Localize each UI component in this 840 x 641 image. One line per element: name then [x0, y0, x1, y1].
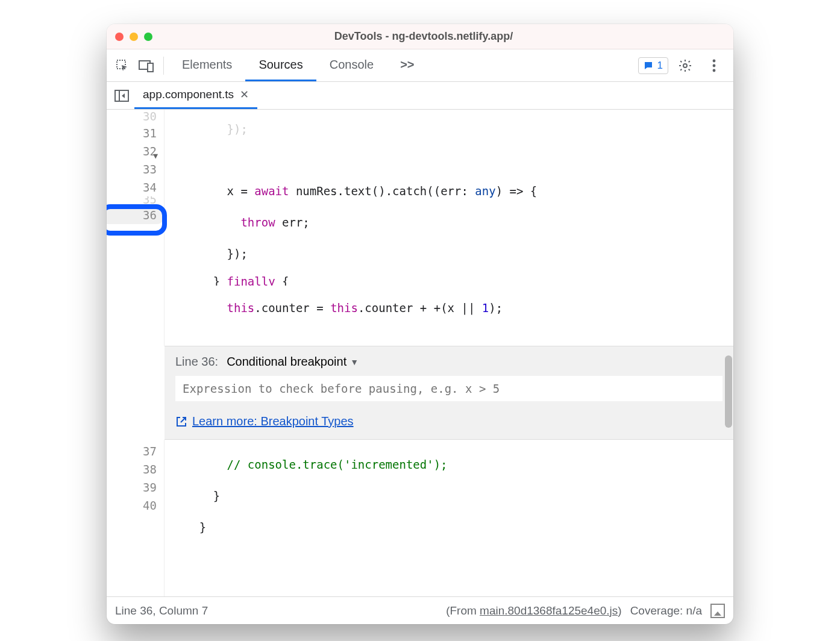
svg-rect-2: [148, 63, 153, 72]
settings-gear-icon[interactable]: [673, 54, 697, 78]
svg-point-5: [713, 64, 716, 67]
svg-point-4: [713, 59, 716, 62]
tab-console[interactable]: Console: [316, 49, 387, 81]
file-tab-label: app.component.ts: [143, 88, 234, 101]
close-file-tab-icon[interactable]: ✕: [240, 88, 249, 101]
window-title: DevTools - ng-devtools.netlify.app/: [122, 30, 725, 43]
svg-point-3: [683, 64, 687, 67]
line-number[interactable]: 32▼: [107, 142, 157, 160]
line-number-gutter[interactable]: 30 31 32▼ 33 34 35 36: [107, 110, 165, 346]
tab-sources[interactable]: Sources: [245, 49, 316, 81]
code-line: });: [172, 245, 733, 263]
line-number[interactable]: 39: [107, 478, 157, 496]
line-number[interactable]: 34: [107, 178, 157, 196]
code-editor: 30 31 32▼ 33 34 35 36 }); x = await numR…: [107, 110, 733, 346]
code-content[interactable]: }); x = await numRes.text().catch((err: …: [165, 110, 733, 346]
code-line: [172, 151, 733, 169]
inspect-element-icon[interactable]: [110, 54, 134, 78]
line-number[interactable]: 38: [107, 460, 157, 478]
file-tab-app-component[interactable]: app.component.ts ✕: [134, 82, 257, 109]
issues-count: 1: [657, 60, 663, 72]
coverage-status: Coverage: n/a: [630, 604, 702, 618]
issues-badge[interactable]: 1: [638, 57, 668, 74]
line-number-gutter[interactable]: 37 38 39 40: [107, 440, 165, 596]
code-line: });: [172, 125, 733, 137]
code-line: }: [172, 487, 733, 505]
breakpoint-editor-panel: Line 36: Conditional breakpoint ▼ Learn …: [165, 346, 733, 440]
scrollbar-thumb[interactable]: [725, 355, 732, 428]
panel-tabs: Elements Sources Console >>: [169, 49, 638, 81]
code-line: this.counter = this.counter + +(x || 1);: [172, 299, 733, 317]
navigator-toggle-icon[interactable]: [109, 83, 134, 108]
code-content[interactable]: // console.trace('incremented'); } }: [165, 440, 733, 596]
code-line: }: [172, 518, 733, 536]
breakpoint-type-dropdown[interactable]: Conditional breakpoint ▼: [227, 355, 359, 369]
main-toolbar: Elements Sources Console >> 1: [107, 49, 733, 82]
code-line: // console.trace('incremented');: [172, 455, 733, 474]
more-menu-icon[interactable]: [702, 54, 726, 78]
code-line: [172, 549, 733, 568]
breakpoint-line-label: Line 36:: [175, 355, 218, 369]
breakpoint-condition-input[interactable]: [175, 376, 722, 401]
device-toolbar-icon[interactable]: [134, 54, 158, 78]
line-number[interactable]: 40: [107, 496, 157, 514]
line-number[interactable]: 37: [107, 442, 157, 460]
file-tab-bar: app.component.ts ✕: [107, 82, 733, 110]
line-number[interactable]: 33: [107, 160, 157, 178]
line-number[interactable]: 31: [107, 124, 157, 142]
cursor-position: Line 36, Column 7: [115, 604, 208, 618]
line-number[interactable]: 30: [107, 112, 157, 124]
titlebar: DevTools - ng-devtools.netlify.app/: [107, 24, 733, 49]
tabs-overflow[interactable]: >>: [387, 49, 427, 81]
external-link-icon: [175, 416, 187, 428]
chevron-down-icon: ▼: [350, 357, 359, 367]
code-line: x = await numRes.text().catch((err: any)…: [172, 182, 733, 200]
source-map-link[interactable]: main.80d1368fa125e4e0.js: [480, 604, 618, 617]
tab-elements[interactable]: Elements: [169, 49, 245, 81]
show-drawer-icon[interactable]: [710, 604, 725, 618]
status-bar: Line 36, Column 7 (From main.80d1368fa12…: [107, 596, 733, 624]
line-number-highlighted[interactable]: 36: [107, 206, 164, 224]
learn-more-link[interactable]: Learn more: Breakpoint Types: [192, 414, 354, 428]
line-number[interactable]: 35: [107, 196, 157, 206]
source-map-info: (From main.80d1368fa125e4e0.js): [446, 604, 622, 618]
breakpoint-type-label: Conditional breakpoint: [227, 355, 346, 369]
code-line: } finally {: [172, 276, 733, 286]
code-line: throw err;: [172, 213, 733, 231]
devtools-window: DevTools - ng-devtools.netlify.app/ Elem…: [107, 24, 733, 624]
code-editor-continued: 37 38 39 40 // console.trace('incremente…: [107, 440, 733, 596]
svg-point-6: [713, 69, 716, 72]
